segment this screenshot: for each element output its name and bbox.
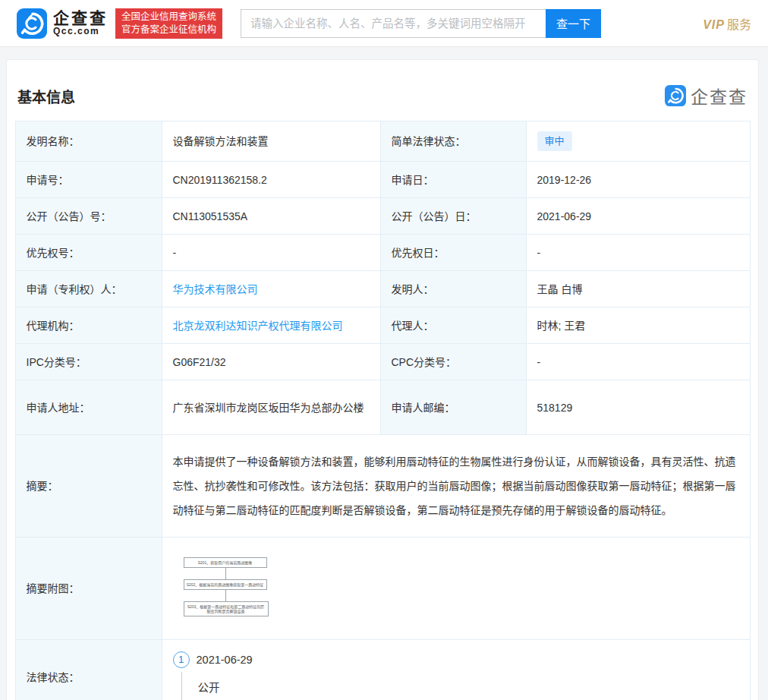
field-label: CPC分类号：: [380, 344, 526, 380]
table-row: 申请人地址： 广东省深圳市龙岗区坂田华为总部办公楼 申请人邮编： 518129: [15, 380, 750, 435]
field-label: 优先权日：: [380, 235, 526, 271]
search-bar: 查一下: [241, 9, 601, 38]
field-value: -: [526, 235, 750, 271]
qcc-watermark: 企查查: [665, 83, 748, 109]
field-label: 申请人邮编：: [380, 380, 526, 435]
abstract-row: 摘要： 本申请提供了一种设备解锁方法和装置，能够利用唇动特征的生物属性进行身份认…: [15, 435, 750, 538]
field-value: 设备解锁方法和装置: [162, 121, 380, 162]
figure-row: 摘要附图： S201、获取用户的当前唇动图像 S202、根据当前的唇动图像获取第…: [15, 538, 750, 640]
field-value: 广东省深圳市龙岗区坂田华为总部办公楼: [162, 380, 380, 435]
flowchart-connector: [225, 590, 226, 601]
field-label: 公开（公告）日：: [380, 198, 526, 235]
status-badge: 审中: [537, 131, 572, 151]
qcc-logo-icon: [17, 8, 47, 39]
certification-line2: 官方备案企业征信机构: [121, 24, 216, 36]
table-row: IPC分类号： G06F21/32 CPC分类号： -: [15, 344, 750, 380]
brand-domain: Qcc.com: [53, 27, 108, 36]
table-row: 申请（专利权）人： 华为技术有限公司 发明人： 王晶 白博: [15, 271, 750, 307]
patent-info-table: 发明名称： 设备解锁方法和装置 简单法律状态： 审中 申请号： CN201911…: [15, 121, 751, 700]
brand-name: 企查查: [53, 9, 108, 27]
flowchart-step-2: S202、根据当前的唇动图像获取第一唇动特征: [184, 579, 267, 590]
field-value: CN113051535A: [162, 198, 380, 235]
flowchart-connector: [225, 568, 226, 579]
field-label: 公开（公告）号：: [15, 198, 162, 235]
certification-line1: 全国企业信用查询系统: [121, 11, 216, 24]
field-label: 法律状态：: [15, 640, 162, 700]
vip-mark: VIP: [703, 18, 725, 31]
table-row: 代理机构： 北京龙双利达知识产权代理有限公司 代理人： 时林; 王君: [15, 307, 750, 344]
table-row: 申请号： CN201911362158.2 申请日： 2019-12-26: [15, 162, 750, 198]
agency-link[interactable]: 北京龙双利达知识产权代理有限公司: [173, 320, 343, 332]
basic-info-card: 基本信息 企查查 发明名称： 设备解锁方法和装置 简单法律状态： 审中 申请号：…: [6, 59, 759, 700]
field-label: 发明人：: [380, 271, 526, 307]
field-value: -: [162, 235, 380, 271]
field-label: 代理人：: [380, 307, 526, 344]
field-label: IPC分类号：: [15, 344, 162, 380]
field-value: 2021-06-29: [526, 198, 750, 235]
section-title: 基本信息: [17, 86, 75, 106]
field-label: 摘要：: [15, 435, 162, 538]
field-label: 代理机构：: [15, 307, 162, 344]
timeline-connector-line: [181, 672, 182, 700]
qcc-watermark-icon: [665, 85, 686, 106]
table-row: 公开（公告）号： CN113051535A 公开（公告）日： 2021-06-2…: [15, 198, 750, 235]
field-label: 摘要附图：: [15, 538, 162, 640]
search-button[interactable]: 查一下: [546, 9, 601, 38]
field-label: 简单法律状态：: [380, 121, 526, 162]
qcc-home-link[interactable]: 企查查 Qcc.com: [17, 8, 108, 39]
search-input[interactable]: [241, 9, 546, 38]
field-value: 2019-12-26: [526, 162, 750, 198]
top-header: 企查查 Qcc.com 全国企业信用查询系统 官方备案企业征信机构 查一下 VI…: [0, 0, 768, 47]
field-value: CN201911362158.2: [162, 162, 380, 198]
applicant-link[interactable]: 华为技术有限公司: [173, 283, 258, 295]
table-row: 发明名称： 设备解锁方法和装置 简单法律状态： 审中: [15, 121, 750, 162]
field-label: 申请日：: [380, 162, 526, 198]
field-value: 518129: [526, 380, 750, 435]
field-value: G06F21/32: [162, 344, 380, 380]
field-label: 申请（专利权）人：: [15, 271, 162, 307]
timeline-index-badge: 1: [173, 651, 190, 668]
flowchart-step-3: S203、根据第一唇动特征和第二唇动特征的匹配度判断是否解锁设备: [184, 601, 269, 616]
abstract-text: 本申请提供了一种设备解锁方法和装置，能够利用唇动特征的生物属性进行身份认证，从而…: [173, 445, 739, 527]
field-value: 王晶 白博: [526, 271, 750, 307]
field-label: 发明名称：: [15, 121, 162, 162]
field-value: -: [526, 344, 750, 380]
field-label: 申请号：: [15, 162, 162, 198]
certification-badge: 全国企业信用查询系统 官方备案企业征信机构: [115, 8, 222, 39]
field-label: 申请人地址：: [15, 380, 162, 435]
legal-status-timeline: 1 2021-06-29 公开: [173, 650, 739, 700]
field-value: 时林; 王君: [526, 307, 750, 344]
field-label: 优先权号：: [15, 235, 162, 271]
abstract-figure-thumbnail[interactable]: S201、获取用户的当前唇动图像 S202、根据当前的唇动图像获取第一唇动特征 …: [173, 550, 739, 627]
timeline-status: 公开: [198, 680, 220, 695]
legal-status-row: 法律状态： 1 2021-06-29 公开: [15, 640, 750, 700]
vip-label: 服务: [727, 18, 751, 31]
vip-service-link[interactable]: VIP服务: [703, 14, 751, 33]
timeline-date: 2021-06-29: [197, 652, 253, 667]
qcc-watermark-text: 企查查: [691, 83, 748, 109]
table-row: 优先权号： - 优先权日： -: [15, 235, 750, 271]
flowchart-step-1: S201、获取用户的当前唇动图像: [184, 557, 267, 568]
